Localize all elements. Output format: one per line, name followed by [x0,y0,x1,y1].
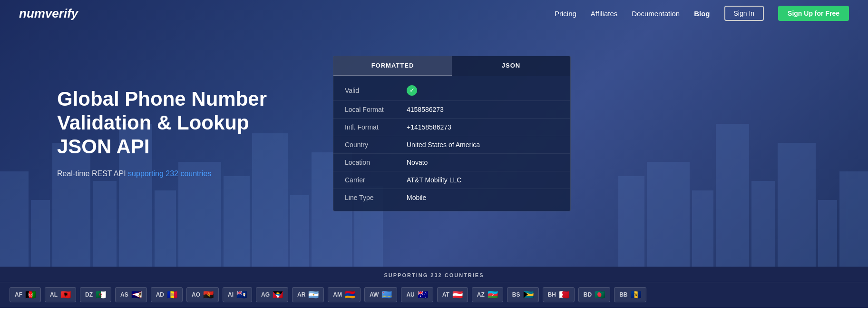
flag-code: AG [261,291,270,298]
flag-emoji-icon: 🇧🇭 [559,289,569,300]
label-local-format: Local Format [345,106,407,113]
label-carrier: Carrier [345,176,407,184]
valid-checkmark-icon: ✓ [407,85,417,96]
flag-code: AS [120,291,128,298]
flag-item-bd[interactable]: BD 🇧🇩 [578,287,610,302]
nav-blog[interactable]: Blog [694,10,710,18]
flag-item-ad[interactable]: AD 🇦🇩 [151,287,183,302]
flag-item-bs[interactable]: BS 🇧🇸 [507,287,539,302]
flag-emoji-icon: 🇦🇫 [25,289,36,300]
flag-item-au[interactable]: AU 🇦🇺 [401,287,433,302]
flag-emoji-icon: 🇦🇴 [203,289,214,300]
result-row-intl-format: Intl. Format +14158586273 [333,119,570,136]
flag-code: AT [442,291,449,298]
flag-code: AW [370,291,379,298]
nav-affiliates[interactable]: Affiliates [591,10,617,18]
flag-code: AR [297,291,305,298]
flag-item-ai[interactable]: AI 🇦🇮 [223,287,252,302]
value-country: United States of America [407,141,480,149]
site-logo: numverify [19,6,78,21]
label-line-type: Line Type [345,194,407,201]
main-nav: Pricing Affiliates Documentation Blog Si… [555,6,849,21]
flag-item-as[interactable]: AS 🇦🇸 [115,287,147,302]
site-header: numverify Pricing Affiliates Documentati… [0,0,868,27]
result-row-valid: Valid ✓ [333,80,570,101]
flag-code: AI [228,291,234,298]
hero-subtitle: Real-time REST API supporting 232 countr… [57,168,295,180]
flag-emoji-icon: 🇧🇩 [595,289,605,300]
flag-code: BD [584,291,592,298]
hero-text-block: Global Phone Number Validation & Lookup … [57,87,295,180]
flag-item-dz[interactable]: DZ 🇩🇿 [80,287,111,302]
flag-list: AF 🇦🇫 AL 🇦🇱 DZ 🇩🇿 AS 🇦🇸 AD 🇦🇩 AO 🇦🇴 AI 🇦… [0,287,868,302]
value-intl-format: +14158586273 [407,123,451,131]
result-row-location: Location Novato [333,154,570,171]
value-location: Novato [407,159,428,166]
flag-code: BH [548,291,556,298]
value-local-format: 4158586273 [407,106,444,113]
flag-item-bh[interactable]: BH 🇧🇭 [543,287,575,302]
flag-emoji-icon: 🇦🇩 [167,289,177,300]
flag-item-ag[interactable]: AG 🇦🇬 [256,287,288,302]
flag-emoji-icon: 🇦🇲 [345,289,355,300]
flag-emoji-icon: 🇩🇿 [96,289,106,300]
flag-emoji-icon: 🇧🇧 [631,289,641,300]
result-row-carrier: Carrier AT&T Mobility LLC [333,171,570,189]
countries-section: SUPPORTING 232 COUNTRIES AF 🇦🇫 AL 🇦🇱 DZ … [0,267,868,308]
nav-pricing[interactable]: Pricing [555,10,576,18]
tab-json[interactable]: JSON [452,56,570,76]
flag-code: AL [50,291,58,298]
flag-emoji-icon: 🇦🇼 [381,289,392,300]
result-row-country: Country United States of America [333,136,570,154]
label-country: Country [345,141,407,149]
result-row-line-type: Line Type Mobile [333,189,570,206]
result-body: Valid ✓ Local Format 4158586273 Intl. Fo… [333,76,570,211]
flag-emoji-icon: 🇦🇱 [60,289,71,300]
flag-code: DZ [85,291,93,298]
flag-item-ao[interactable]: AO 🇦🇴 [186,287,219,302]
value-line-type: Mobile [407,194,426,201]
flag-emoji-icon: 🇧🇸 [523,289,534,300]
result-tabs: FORMATTED JSON [333,56,570,76]
label-location: Location [345,159,407,166]
flag-emoji-icon: 🇦🇬 [273,289,283,300]
hero-section: numverify Pricing Affiliates Documentati… [0,0,868,267]
flag-code: AF [15,291,22,298]
flag-item-at[interactable]: AT 🇦🇹 [437,287,468,302]
result-card: FORMATTED JSON Valid ✓ Local Format 4158… [333,56,571,211]
flag-code: BB [619,291,627,298]
tab-formatted[interactable]: FORMATTED [333,56,452,76]
flag-item-af[interactable]: AF 🇦🇫 [10,287,41,302]
flag-item-az[interactable]: AZ 🇦🇿 [472,287,503,302]
flag-emoji-icon: 🇦🇹 [452,289,463,300]
result-row-local-format: Local Format 4158586273 [333,101,570,119]
flag-code: AZ [477,291,485,298]
hero-title: Global Phone Number Validation & Lookup … [57,87,295,159]
signin-button[interactable]: Sign In [724,6,764,21]
flag-emoji-icon: 🇦🇷 [308,289,319,300]
flag-code: AO [192,291,200,298]
flag-item-am[interactable]: AM 🇦🇲 [328,287,361,302]
label-intl-format: Intl. Format [345,123,407,131]
flag-item-bb[interactable]: BB 🇧🇧 [614,287,646,302]
flag-emoji-icon: 🇦🇮 [236,289,247,300]
flag-code: BS [512,291,520,298]
countries-label: SUPPORTING 232 COUNTRIES [0,272,868,282]
nav-documentation[interactable]: Documentation [632,10,680,18]
label-valid: Valid [345,87,407,94]
flag-item-aw[interactable]: AW 🇦🇼 [364,287,397,302]
signup-button[interactable]: Sign Up for Free [778,6,849,21]
flag-code: AU [406,291,414,298]
flag-emoji-icon: 🇦🇿 [488,289,498,300]
flag-item-al[interactable]: AL 🇦🇱 [45,287,76,302]
flag-code: AM [333,291,342,298]
flag-emoji-icon: 🇦🇺 [418,289,428,300]
flag-code: AD [156,291,164,298]
flag-emoji-icon: 🇦🇸 [131,289,142,300]
hero-content: Global Phone Number Validation & Lookup … [0,0,868,267]
value-carrier: AT&T Mobility LLC [407,176,461,184]
flag-item-ar[interactable]: AR 🇦🇷 [292,287,324,302]
